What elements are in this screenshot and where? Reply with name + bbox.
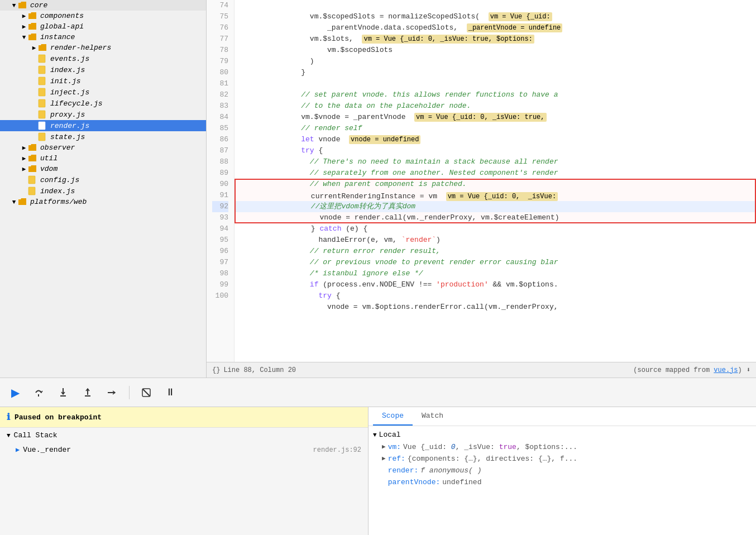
step-over-button[interactable] — [31, 385, 46, 400]
expand-arrow — [20, 144, 28, 151]
code-area[interactable]: 74 75 76 77 78 79 80 81 82 83 84 85 86 8… — [207, 0, 756, 362]
sidebar-item-observer[interactable]: observer — [0, 142, 206, 153]
sidebar-item-label: index.js — [40, 187, 75, 195]
sidebar-item-proxy-js[interactable]: proxy.js — [0, 109, 206, 120]
status-braces: {} — [212, 366, 220, 374]
sidebar-item-label: instance — [40, 33, 75, 41]
expand-arrow — [10, 2, 18, 9]
expand-arrow — [20, 34, 28, 41]
sidebar-item-render-js[interactable]: render.js — [0, 120, 206, 131]
call-stack-func-name: Vue._render — [23, 446, 71, 454]
folder-icon — [18, 2, 28, 9]
scope-item-arrow: ▶ — [382, 443, 386, 450]
sidebar-item-config-js[interactable]: config.js — [0, 174, 206, 185]
svg-rect-4 — [39, 99, 45, 107]
resume-button[interactable]: ▶ — [9, 384, 22, 402]
svg-rect-9 — [28, 187, 35, 195]
sidebar-item-render-helpers[interactable]: render-helpers — [0, 42, 206, 53]
main-area: core components global-api — [0, 0, 756, 378]
file-icon — [38, 121, 48, 130]
call-stack-item[interactable]: ▶ Vue._render render.js:92 — [0, 443, 368, 457]
toolbar-separator — [129, 386, 130, 399]
step-out-button[interactable] — [80, 385, 95, 400]
sidebar-item-init-js[interactable]: init.js — [0, 75, 206, 87]
debug-toolbar: ▶ ⏸ — [0, 378, 756, 407]
status-source-map: (source mapped from vue.js) — [318, 366, 742, 374]
scope-prop-value: undefined — [442, 478, 481, 486]
sidebar-item-index-js[interactable]: index.js — [0, 64, 206, 75]
scope-item-render[interactable]: ▶ render: f anonymous( ) — [369, 465, 756, 476]
sidebar-item-instance[interactable]: instance — [0, 32, 206, 42]
folder-icon — [28, 144, 38, 152]
svg-line-16 — [143, 389, 150, 396]
source-map-link[interactable]: vue.js — [714, 366, 738, 374]
sidebar-item-lifecycle-js[interactable]: lifecycle.js — [0, 98, 206, 109]
app-container: core components global-api — [0, 0, 756, 535]
scope-group-label: Local — [379, 431, 401, 439]
file-icon — [38, 65, 48, 74]
expand-arrow — [30, 44, 38, 51]
pause-on-exceptions-button[interactable]: ⏸ — [163, 384, 178, 400]
expand-arrow — [20, 165, 28, 173]
file-icon — [38, 110, 48, 119]
expand-arrow — [20, 155, 28, 162]
scope-prop-name: parentVnode: — [388, 478, 441, 486]
info-icon: ℹ — [7, 412, 10, 423]
scope-prop-value: f anonymous( ) — [420, 466, 481, 475]
line-numbers: 74 75 76 77 78 79 80 81 82 83 84 85 86 8… — [207, 0, 235, 362]
folder-icon — [28, 155, 38, 163]
folder-icon — [18, 198, 28, 206]
call-stack-func: ▶ Vue._render — [16, 446, 71, 454]
scope-prop-value: {components: {…}, directives: {…}, f... — [408, 455, 577, 463]
status-bar: {} Line 88, Column 20 (source mapped fro… — [207, 362, 756, 378]
sidebar-item-label: vdom — [40, 165, 58, 173]
tab-scope[interactable]: Scope — [373, 407, 413, 426]
tab-watch[interactable]: Watch — [413, 407, 452, 426]
sidebar-item-state-js[interactable]: state.js — [0, 131, 206, 142]
folder-icon — [38, 44, 48, 52]
folder-icon — [28, 34, 38, 41]
file-icon — [28, 175, 38, 184]
file-icon — [28, 187, 38, 195]
sidebar-item-index-js-2[interactable]: index.js — [0, 185, 206, 197]
expand-arrow — [10, 199, 18, 206]
expand-arrow — [20, 23, 28, 30]
sidebar-item-global-api[interactable]: global-api — [0, 21, 206, 32]
sidebar-item-platforms-web[interactable]: platforms/web — [0, 197, 206, 207]
sidebar-item-label: index.js — [50, 66, 85, 74]
sidebar-item-inject-js[interactable]: inject.js — [0, 87, 206, 98]
step-into-button[interactable] — [55, 385, 71, 400]
scope-item-ref[interactable]: ▶ ref: {components: {…}, directives: {…}… — [369, 453, 756, 465]
folder-icon — [28, 12, 38, 20]
svg-rect-5 — [39, 111, 45, 118]
status-icon: ⬇ — [747, 366, 750, 374]
breakpoint-notice-text: Paused on breakpoint — [15, 413, 102, 422]
sidebar-item-vdom[interactable]: vdom — [0, 164, 206, 174]
folder-icon — [28, 165, 38, 173]
folder-icon — [28, 23, 38, 31]
scope-item-parentvnode[interactable]: ▶ parentVnode: undefined — [369, 476, 756, 488]
step-button[interactable] — [104, 385, 120, 400]
scope-prop-name: render: — [388, 466, 419, 475]
sidebar-item-label: util — [40, 154, 58, 163]
file-icon — [38, 88, 48, 97]
call-stack-header[interactable]: ▼ Call Stack — [0, 428, 368, 443]
sidebar-item-core[interactable]: core — [0, 0, 206, 11]
sidebar-item-label: lifecycle.js — [50, 99, 103, 108]
scope-item-vm[interactable]: ▶ vm: Vue {_uid: 0, _isVue: true, $optio… — [369, 441, 756, 453]
deactivate-breakpoints-button[interactable] — [138, 385, 154, 400]
sidebar-item-util[interactable]: util — [0, 153, 206, 164]
scope-prop-name: ref: — [388, 455, 405, 463]
sidebar-item-label: config.js — [40, 176, 79, 184]
file-icon — [38, 77, 48, 85]
sidebar-item-label: init.js — [50, 77, 81, 85]
code-line-81: // set parent vnode. this allows render … — [235, 78, 756, 89]
sidebar-item-components[interactable]: components — [0, 11, 206, 21]
svg-rect-7 — [39, 133, 45, 141]
scope-group-local[interactable]: ▼ Local — [369, 428, 756, 441]
scope-panel: Scope Watch ▼ Local ▶ vm: Vue {_uid: 0, … — [369, 407, 756, 535]
sidebar-item-events-js[interactable]: events.js — [0, 53, 206, 64]
play-icon: ▶ — [16, 446, 20, 454]
sidebar-item-label: render.js — [50, 122, 89, 130]
scope-prop-name: vm: — [388, 443, 401, 451]
